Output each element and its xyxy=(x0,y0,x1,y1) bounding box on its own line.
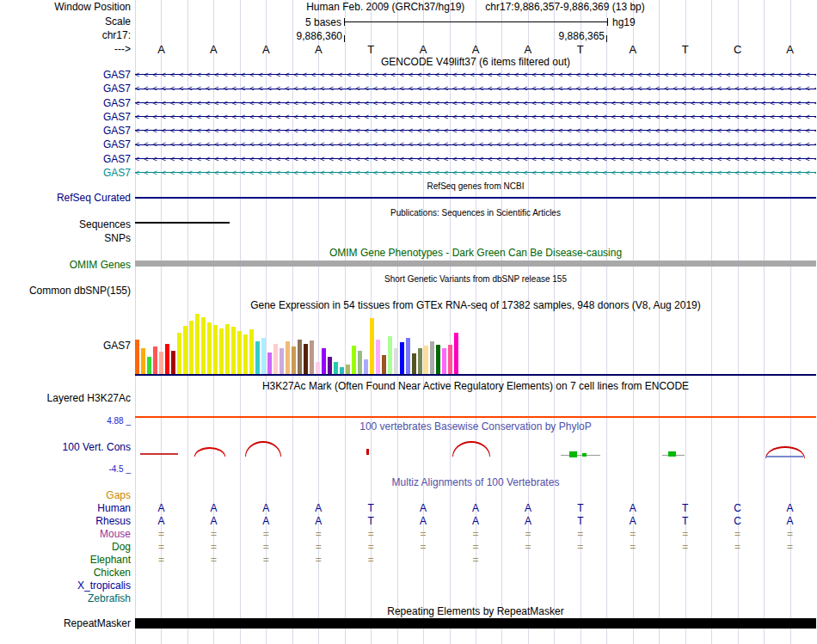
gtex-expression-bar[interactable] xyxy=(159,352,163,374)
gtex-expression-bar[interactable] xyxy=(358,351,362,374)
gtex-expression-bar[interactable] xyxy=(322,348,326,374)
gtex-expression-bar[interactable] xyxy=(261,338,266,374)
repeatmasker-item[interactable] xyxy=(135,618,816,629)
gencode-transcript-row[interactable]: GAS7<<<<<<<<<<<<<<<<<<<<<<<<<<<<<<<<<<<<… xyxy=(0,82,817,95)
gtex-expression-bar[interactable] xyxy=(267,353,272,374)
gtex-expression-bar[interactable] xyxy=(352,346,356,374)
species-label[interactable]: Rhesus xyxy=(0,516,131,527)
gtex-expression-bar[interactable] xyxy=(304,344,308,374)
gencode-transcript-row[interactable]: GAS7<<<<<<<<<<<<<<<<<<<<<<<<<<<<<<<<<<<<… xyxy=(0,166,817,180)
gtex-expression-bar[interactable] xyxy=(225,324,230,374)
transcript-intron-line[interactable]: <<<<<<<<<<<<<<<<<<<<<<<<<<<<<<<<<<<<<<<<… xyxy=(135,96,816,110)
transcript-intron-line[interactable]: <<<<<<<<<<<<<<<<<<<<<<<<<<<<<<<<<<<<<<<<… xyxy=(135,166,816,180)
multiz-row-mouse[interactable]: Mouse============= xyxy=(0,528,817,541)
gtex-expression-bar[interactable] xyxy=(165,344,169,374)
h3k27ac-track-label[interactable]: Layered H3K27Ac xyxy=(0,393,131,404)
gtex-expression-bar[interactable] xyxy=(424,346,428,374)
dna-ruler[interactable]: AAAATAAATATCA xyxy=(0,43,817,55)
gtex-expression-bar[interactable] xyxy=(273,344,278,374)
gtex-expression-bar[interactable] xyxy=(195,314,200,374)
gtex-expression-bar[interactable] xyxy=(147,357,151,374)
gtex-expression-bar[interactable] xyxy=(412,353,416,374)
gtex-expression-bar[interactable] xyxy=(448,345,452,374)
pub-sequences-label[interactable]: Sequences xyxy=(0,219,131,230)
gtex-expression-bar[interactable] xyxy=(340,367,344,374)
gencode-transcript-row[interactable]: GAS7<<<<<<<<<<<<<<<<<<<<<<<<<<<<<<<<<<<<… xyxy=(0,110,817,124)
gencode-track[interactable]: GAS7<<<<<<<<<<<<<<<<<<<<<<<<<<<<<<<<<<<<… xyxy=(0,68,817,180)
gtex-expression-bar[interactable] xyxy=(400,342,404,374)
gtex-expression-bar[interactable] xyxy=(310,340,314,374)
omim-gene-item[interactable] xyxy=(135,261,816,267)
h3k27ac-signal-baseline[interactable] xyxy=(135,416,816,418)
transcript-intron-line[interactable]: <<<<<<<<<<<<<<<<<<<<<<<<<<<<<<<<<<<<<<<<… xyxy=(135,110,816,124)
gtex-expression-bar[interactable] xyxy=(388,336,392,374)
gtex-expression-bar[interactable] xyxy=(153,347,157,374)
gtex-expression-bar[interactable] xyxy=(418,348,422,374)
gtex-expression-bar[interactable] xyxy=(171,351,175,374)
species-label[interactable]: Dog xyxy=(0,542,131,553)
species-label[interactable]: Elephant xyxy=(0,555,131,566)
species-label[interactable]: Human xyxy=(0,503,131,514)
phylop-track-label[interactable]: 100 Vert. Cons xyxy=(0,442,131,453)
gtex-expression-bar[interactable] xyxy=(436,345,440,374)
multiz-row-human[interactable]: HumanAAAATAAATATCA xyxy=(0,502,817,515)
gtex-expression-bar[interactable] xyxy=(135,340,139,374)
gtex-expression-bar[interactable] xyxy=(231,327,236,374)
transcript-intron-line[interactable]: <<<<<<<<<<<<<<<<<<<<<<<<<<<<<<<<<<<<<<<<… xyxy=(135,68,816,82)
species-label[interactable]: X_tropicalis xyxy=(0,580,131,592)
gencode-transcript-row[interactable]: GAS7<<<<<<<<<<<<<<<<<<<<<<<<<<<<<<<<<<<<… xyxy=(0,152,817,166)
gtex-expression-bar[interactable] xyxy=(249,329,254,374)
refseq-curated-item[interactable] xyxy=(135,197,816,199)
transcript-intron-line[interactable]: <<<<<<<<<<<<<<<<<<<<<<<<<<<<<<<<<<<<<<<<… xyxy=(135,138,816,151)
gtex-expression-bar[interactable] xyxy=(292,347,296,374)
gtex-expression-bar[interactable] xyxy=(370,318,374,374)
gencode-transcript-row[interactable]: GAS7<<<<<<<<<<<<<<<<<<<<<<<<<<<<<<<<<<<<… xyxy=(0,96,817,110)
multiz-row-chicken[interactable]: Chicken xyxy=(0,567,817,580)
species-label[interactable]: Gaps xyxy=(0,490,131,501)
gtex-expression-bar[interactable] xyxy=(406,338,410,374)
gtex-expression-bar[interactable] xyxy=(201,317,206,374)
pub-sequences-item[interactable] xyxy=(135,222,230,224)
gene-label[interactable]: GAS7 xyxy=(0,98,131,109)
gtex-gene-label[interactable]: GAS7 xyxy=(0,340,131,352)
multiz-row-elephant[interactable]: Elephant====== xyxy=(0,554,817,567)
multiz-row-gaps[interactable]: Gaps xyxy=(0,489,817,502)
gtex-expression-bar[interactable] xyxy=(334,362,338,374)
gtex-expression-bar[interactable] xyxy=(394,348,398,374)
gtex-expression-bar[interactable] xyxy=(286,341,290,374)
gtex-expression-bar[interactable] xyxy=(298,340,302,374)
gtex-expression-bar[interactable] xyxy=(328,357,332,374)
gtex-expression-bar[interactable] xyxy=(189,321,194,374)
gene-label[interactable]: GAS7 xyxy=(0,70,131,81)
transcript-intron-line[interactable]: <<<<<<<<<<<<<<<<<<<<<<<<<<<<<<<<<<<<<<<<… xyxy=(135,152,816,166)
gene-label[interactable]: GAS7 xyxy=(0,139,131,150)
gtex-expression-bar[interactable] xyxy=(376,340,380,374)
gencode-transcript-row[interactable]: GAS7<<<<<<<<<<<<<<<<<<<<<<<<<<<<<<<<<<<<… xyxy=(0,124,817,138)
gtex-expression-bar[interactable] xyxy=(255,341,260,374)
gtex-expression-bar[interactable] xyxy=(207,322,212,374)
multiz-row-dog[interactable]: Dog============= xyxy=(0,541,817,554)
pub-snps-label[interactable]: SNPs xyxy=(0,233,131,244)
gtex-expression-bar[interactable] xyxy=(364,359,368,374)
omim-genes-label[interactable]: OMIM Genes xyxy=(0,260,131,271)
gtex-expression-bar[interactable] xyxy=(177,333,181,374)
gtex-expression-bar[interactable] xyxy=(213,325,218,374)
gtex-expression-bar[interactable] xyxy=(346,365,350,374)
gene-label[interactable]: GAS7 xyxy=(0,126,131,137)
multiz-alignment-track[interactable]: GapsHumanAAAATAAATATCARhesusAAAATAAATATC… xyxy=(0,489,817,605)
gtex-expression-bar[interactable] xyxy=(454,333,458,374)
gencode-transcript-row[interactable]: GAS7<<<<<<<<<<<<<<<<<<<<<<<<<<<<<<<<<<<<… xyxy=(0,138,817,151)
multiz-row-zebrafish[interactable]: Zebrafish xyxy=(0,592,817,605)
gtex-expression-bar[interactable] xyxy=(237,331,242,374)
gene-label[interactable]: GAS7 xyxy=(0,83,131,95)
multiz-row-x-tropicalis[interactable]: X_tropicalis xyxy=(0,580,817,592)
gtex-expression-bar[interactable] xyxy=(316,362,320,374)
gtex-expression-bar[interactable] xyxy=(430,341,434,374)
gencode-transcript-row[interactable]: GAS7<<<<<<<<<<<<<<<<<<<<<<<<<<<<<<<<<<<<… xyxy=(0,68,817,82)
species-label[interactable]: Zebrafish xyxy=(0,593,131,604)
species-label[interactable]: Chicken xyxy=(0,567,131,579)
transcript-intron-line[interactable]: <<<<<<<<<<<<<<<<<<<<<<<<<<<<<<<<<<<<<<<<… xyxy=(135,82,816,95)
multiz-row-rhesus[interactable]: RhesusAAAATAAATATCA xyxy=(0,515,817,528)
gtex-expression-bar[interactable] xyxy=(280,348,284,374)
repeatmasker-label[interactable]: RepeatMasker xyxy=(0,618,131,629)
